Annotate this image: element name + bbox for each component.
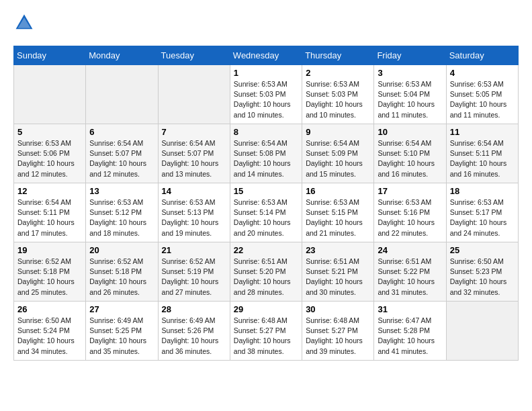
weekday-header-tuesday: Tuesday: [158, 46, 230, 65]
calendar-cell: 1Sunrise: 6:53 AM Sunset: 5:03 PM Daylig…: [230, 65, 302, 124]
day-info: Sunrise: 6:50 AM Sunset: 5:23 PM Dayligh…: [450, 257, 515, 298]
day-number: 20: [89, 245, 154, 255]
day-info: Sunrise: 6:54 AM Sunset: 5:10 PM Dayligh…: [378, 138, 442, 179]
day-number: 16: [306, 186, 370, 196]
calendar-cell: 23Sunrise: 6:51 AM Sunset: 5:21 PM Dayli…: [302, 242, 374, 302]
calendar-cell: 2Sunrise: 6:53 AM Sunset: 5:03 PM Daylig…: [302, 65, 374, 124]
day-number: 1: [234, 68, 298, 78]
day-info: Sunrise: 6:52 AM Sunset: 5:18 PM Dayligh…: [17, 257, 82, 298]
day-number: 24: [378, 245, 442, 255]
calendar-cell: [446, 302, 518, 361]
day-number: 6: [89, 127, 154, 137]
day-info: Sunrise: 6:53 AM Sunset: 5:12 PM Dayligh…: [89, 197, 154, 238]
calendar-cell: 14Sunrise: 6:53 AM Sunset: 5:13 PM Dayli…: [158, 183, 230, 242]
day-info: Sunrise: 6:53 AM Sunset: 5:05 PM Dayligh…: [450, 79, 515, 120]
calendar-cell: 30Sunrise: 6:48 AM Sunset: 5:27 PM Dayli…: [302, 302, 374, 361]
day-info: Sunrise: 6:51 AM Sunset: 5:21 PM Dayligh…: [306, 257, 370, 298]
calendar-cell: 24Sunrise: 6:51 AM Sunset: 5:22 PM Dayli…: [374, 242, 446, 302]
day-info: Sunrise: 6:54 AM Sunset: 5:08 PM Dayligh…: [234, 138, 298, 179]
day-info: Sunrise: 6:53 AM Sunset: 5:13 PM Dayligh…: [162, 197, 226, 238]
calendar-cell: 16Sunrise: 6:53 AM Sunset: 5:15 PM Dayli…: [302, 183, 374, 242]
calendar-cell: 13Sunrise: 6:53 AM Sunset: 5:12 PM Dayli…: [86, 183, 158, 242]
day-number: 14: [162, 186, 226, 196]
calendar-cell: 8Sunrise: 6:54 AM Sunset: 5:08 PM Daylig…: [230, 124, 302, 183]
calendar-cell: 21Sunrise: 6:52 AM Sunset: 5:19 PM Dayli…: [158, 242, 230, 302]
day-info: Sunrise: 6:53 AM Sunset: 5:17 PM Dayligh…: [450, 197, 515, 238]
day-info: Sunrise: 6:53 AM Sunset: 5:14 PM Dayligh…: [234, 197, 298, 238]
day-info: Sunrise: 6:50 AM Sunset: 5:24 PM Dayligh…: [17, 316, 82, 357]
weekday-header-sunday: Sunday: [14, 46, 86, 65]
calendar-cell: 12Sunrise: 6:54 AM Sunset: 5:11 PM Dayli…: [14, 183, 86, 242]
day-number: 26: [17, 304, 82, 314]
calendar-cell: 18Sunrise: 6:53 AM Sunset: 5:17 PM Dayli…: [446, 183, 518, 242]
day-number: 30: [306, 304, 370, 314]
day-number: 17: [378, 186, 442, 196]
weekday-header-wednesday: Wednesday: [230, 46, 302, 65]
day-info: Sunrise: 6:48 AM Sunset: 5:27 PM Dayligh…: [234, 316, 298, 357]
day-info: Sunrise: 6:52 AM Sunset: 5:19 PM Dayligh…: [162, 257, 226, 298]
page-header: [13, 13, 519, 35]
day-number: 3: [378, 68, 442, 78]
day-info: Sunrise: 6:54 AM Sunset: 5:11 PM Dayligh…: [450, 138, 515, 179]
day-number: 22: [234, 245, 298, 255]
day-info: Sunrise: 6:54 AM Sunset: 5:11 PM Dayligh…: [17, 197, 82, 238]
calendar-cell: [14, 65, 86, 124]
weekday-header-monday: Monday: [86, 46, 158, 65]
calendar-cell: [158, 65, 230, 124]
day-number: 12: [17, 186, 82, 196]
calendar-cell: 22Sunrise: 6:51 AM Sunset: 5:20 PM Dayli…: [230, 242, 302, 302]
calendar-cell: 26Sunrise: 6:50 AM Sunset: 5:24 PM Dayli…: [14, 302, 86, 361]
day-info: Sunrise: 6:53 AM Sunset: 5:03 PM Dayligh…: [306, 79, 370, 120]
day-number: 10: [378, 127, 442, 137]
calendar-cell: 27Sunrise: 6:49 AM Sunset: 5:25 PM Dayli…: [86, 302, 158, 361]
day-info: Sunrise: 6:52 AM Sunset: 5:18 PM Dayligh…: [89, 257, 154, 298]
day-number: 31: [378, 304, 442, 314]
calendar-cell: 6Sunrise: 6:54 AM Sunset: 5:07 PM Daylig…: [86, 124, 158, 183]
day-info: Sunrise: 6:47 AM Sunset: 5:28 PM Dayligh…: [378, 316, 442, 357]
weekday-header-thursday: Thursday: [302, 46, 374, 65]
day-info: Sunrise: 6:51 AM Sunset: 5:22 PM Dayligh…: [378, 257, 442, 298]
day-number: 13: [89, 186, 154, 196]
day-number: 21: [162, 245, 226, 255]
day-info: Sunrise: 6:54 AM Sunset: 5:09 PM Dayligh…: [306, 138, 370, 179]
day-info: Sunrise: 6:51 AM Sunset: 5:20 PM Dayligh…: [234, 257, 298, 298]
day-info: Sunrise: 6:54 AM Sunset: 5:07 PM Dayligh…: [89, 138, 154, 179]
day-number: 28: [162, 304, 226, 314]
calendar-cell: [86, 65, 158, 124]
day-info: Sunrise: 6:53 AM Sunset: 5:06 PM Dayligh…: [17, 138, 82, 179]
day-info: Sunrise: 6:53 AM Sunset: 5:16 PM Dayligh…: [378, 197, 442, 238]
day-info: Sunrise: 6:53 AM Sunset: 5:04 PM Dayligh…: [378, 79, 442, 120]
calendar-cell: 31Sunrise: 6:47 AM Sunset: 5:28 PM Dayli…: [374, 302, 446, 361]
day-number: 27: [89, 304, 154, 314]
day-number: 9: [306, 127, 370, 137]
calendar-cell: 7Sunrise: 6:54 AM Sunset: 5:07 PM Daylig…: [158, 124, 230, 183]
day-number: 25: [450, 245, 515, 255]
calendar-cell: 4Sunrise: 6:53 AM Sunset: 5:05 PM Daylig…: [446, 65, 518, 124]
calendar-cell: 19Sunrise: 6:52 AM Sunset: 5:18 PM Dayli…: [14, 242, 86, 302]
day-number: 23: [306, 245, 370, 255]
calendar-cell: 5Sunrise: 6:53 AM Sunset: 5:06 PM Daylig…: [14, 124, 86, 183]
day-info: Sunrise: 6:54 AM Sunset: 5:07 PM Dayligh…: [162, 138, 226, 179]
calendar-cell: 28Sunrise: 6:49 AM Sunset: 5:26 PM Dayli…: [158, 302, 230, 361]
day-number: 4: [450, 68, 515, 78]
day-number: 11: [450, 127, 515, 137]
logo-icon: [15, 13, 34, 32]
weekday-header-friday: Friday: [374, 46, 446, 65]
calendar-cell: 15Sunrise: 6:53 AM Sunset: 5:14 PM Dayli…: [230, 183, 302, 242]
weekday-header-saturday: Saturday: [446, 46, 518, 65]
day-number: 18: [450, 186, 515, 196]
day-info: Sunrise: 6:53 AM Sunset: 5:03 PM Dayligh…: [234, 79, 298, 120]
calendar-cell: 11Sunrise: 6:54 AM Sunset: 5:11 PM Dayli…: [446, 124, 518, 183]
day-info: Sunrise: 6:49 AM Sunset: 5:25 PM Dayligh…: [89, 316, 154, 357]
day-info: Sunrise: 6:49 AM Sunset: 5:26 PM Dayligh…: [162, 316, 226, 357]
day-number: 5: [17, 127, 82, 137]
day-number: 29: [234, 304, 298, 314]
day-number: 7: [162, 127, 226, 137]
calendar-cell: 3Sunrise: 6:53 AM Sunset: 5:04 PM Daylig…: [374, 65, 446, 124]
day-number: 15: [234, 186, 298, 196]
calendar-cell: 10Sunrise: 6:54 AM Sunset: 5:10 PM Dayli…: [374, 124, 446, 183]
day-number: 2: [306, 68, 370, 78]
day-number: 19: [17, 245, 82, 255]
logo: [13, 13, 36, 35]
day-info: Sunrise: 6:48 AM Sunset: 5:27 PM Dayligh…: [306, 316, 370, 357]
